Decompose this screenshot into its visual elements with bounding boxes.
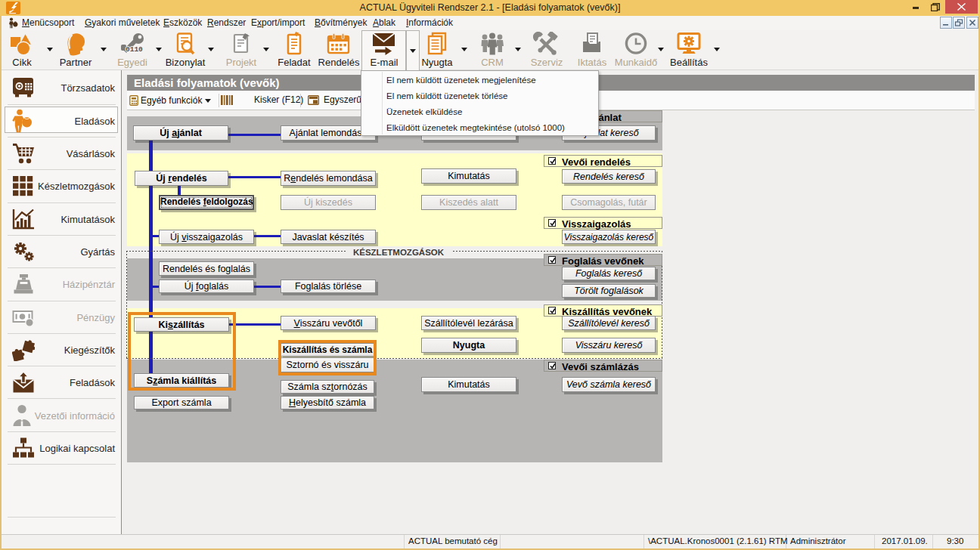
svg-text:0110: 0110 [126, 45, 143, 54]
